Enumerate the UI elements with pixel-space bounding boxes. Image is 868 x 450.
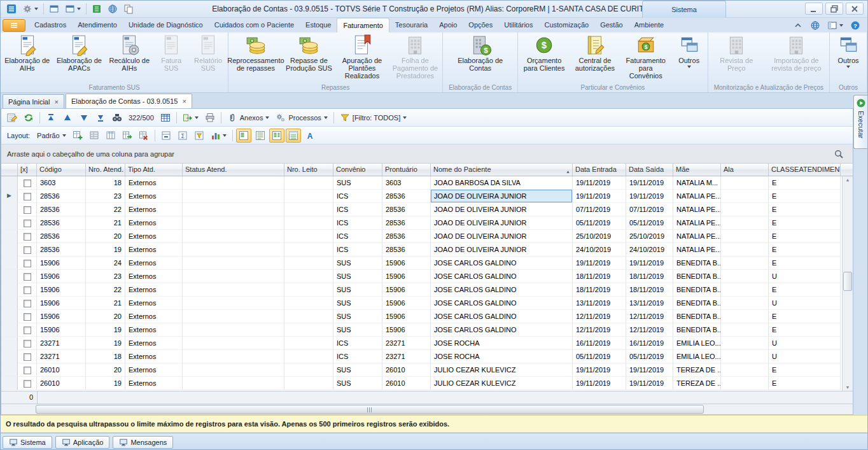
cell-nro-leito[interactable]: [284, 216, 333, 230]
row-checkbox[interactable]: [24, 300, 31, 307]
application-icon-button[interactable]: [4, 2, 19, 16]
cell-nome-do-paciente[interactable]: JULIO CEZAR KULEVICZ: [431, 363, 573, 377]
cell-nome-do-paciente[interactable]: JOSE CARLOS GALDINO: [431, 283, 573, 297]
cell-nro-atend[interactable]: 19: [86, 243, 125, 257]
export-layout-button[interactable]: [120, 129, 135, 143]
cell-status-atend[interactable]: [183, 257, 284, 270]
cell-status-atend[interactable]: [183, 230, 284, 243]
cell-data-entrada[interactable]: 18/11/2019: [573, 283, 626, 297]
cell-codigo[interactable]: 26010: [37, 363, 86, 377]
search-button[interactable]: [834, 149, 844, 159]
grid-view-button[interactable]: [158, 111, 173, 125]
cell-convenio[interactable]: SUS: [333, 297, 382, 310]
cell-ala[interactable]: [721, 270, 769, 283]
column-header-status-atend[interactable]: Status Atend.: [183, 164, 284, 176]
row-checkbox[interactable]: [24, 260, 31, 267]
cell-data-saida[interactable]: 19/11/2019: [626, 377, 673, 390]
cell-codigo[interactable]: 15906: [37, 323, 86, 337]
totals-button[interactable]: [175, 129, 190, 143]
cell-classeatendimento[interactable]: U: [769, 350, 841, 363]
scroll-up-icon[interactable]: ▲: [843, 178, 853, 182]
cell-nro-leito[interactable]: [284, 337, 333, 350]
ribbon-item-elaboracao-de-contas[interactable]: Elaboração de Contas: [447, 34, 514, 73]
table-row[interactable]: 1590621ExternosSUS15906JOSE CARLOS GALDI…: [1, 297, 841, 310]
cell-codigo[interactable]: 15906: [37, 270, 86, 283]
print-button[interactable]: [202, 111, 218, 125]
cell-nro-leito[interactable]: [284, 257, 333, 270]
table-row[interactable]: 360318ExternosSUS3603JOAO BARBOSA DA SIL…: [1, 176, 841, 190]
row-checkbox[interactable]: [24, 327, 31, 334]
cell-data-saida[interactable]: 18/11/2019: [626, 283, 673, 297]
close-icon[interactable]: ×: [54, 99, 58, 105]
row-checkbox[interactable]: [24, 353, 31, 361]
cell-nro-atend[interactable]: 20: [86, 230, 125, 243]
next-record-button[interactable]: [76, 111, 92, 125]
cell-prontuario[interactable]: 26010: [382, 363, 431, 377]
cell-mae[interactable]: BENEDITA B...: [673, 283, 721, 297]
horizontal-scroll-thumb[interactable]: [36, 405, 704, 414]
cell-nro-atend[interactable]: 21: [86, 297, 125, 310]
vertical-scroll-thumb[interactable]: [843, 272, 852, 291]
cell-nome-do-paciente[interactable]: JOSE ROCHA: [431, 350, 573, 363]
cell-x[interactable]: [18, 190, 37, 203]
statusbar-tab-aplicacao[interactable]: Aplicação: [55, 436, 110, 449]
cell-tipo-atd[interactable]: Externos: [125, 310, 183, 323]
ribbon-item-orcamento-para-clientes[interactable]: Orçamento para Clientes: [519, 34, 570, 73]
processos-button[interactable]: Processos: [273, 111, 330, 125]
cell-data-entrada[interactable]: 24/10/2019: [573, 243, 626, 257]
ribbon-tab-opcoes[interactable]: Opções: [463, 18, 498, 32]
row-checkbox[interactable]: [24, 367, 31, 374]
cell-nro-leito[interactable]: [284, 363, 333, 377]
table-row[interactable]: 1590623ExternosSUS15906JOSE CARLOS GALDI…: [1, 270, 841, 283]
cell-status-atend[interactable]: [183, 350, 284, 363]
cell-nro-atend[interactable]: 19: [86, 337, 125, 350]
cell-data-saida[interactable]: 19/11/2019: [626, 363, 673, 377]
row-checkbox[interactable]: [24, 246, 31, 254]
cell-ala[interactable]: [721, 310, 769, 323]
cell-data-entrada[interactable]: 05/11/2019: [573, 216, 626, 230]
edit-record-button[interactable]: [4, 111, 20, 125]
cell-ala[interactable]: [721, 363, 769, 377]
cell-mae[interactable]: EMILIA LEO...: [673, 337, 721, 350]
close-button[interactable]: [846, 3, 864, 15]
ribbon-tab-faturamento[interactable]: Faturamento: [337, 18, 389, 32]
cell-classeatendimento[interactable]: E: [769, 203, 841, 216]
cell-convenio[interactable]: SUS: [333, 363, 382, 377]
cell-nro-leito[interactable]: [284, 323, 333, 337]
cell-classeatendimento[interactable]: E: [769, 310, 841, 323]
cell-convenio[interactable]: SUS: [333, 377, 382, 390]
cell-convenio[interactable]: SUS: [333, 283, 382, 297]
cell-classeatendimento[interactable]: E: [769, 176, 841, 190]
cell-x[interactable]: [18, 363, 37, 377]
column-header-nome-do-paciente[interactable]: Nome do Paciente▲: [431, 164, 573, 176]
cell-classeatendimento[interactable]: E: [769, 230, 841, 243]
statusbar-tab-mensagens[interactable]: Mensagens: [113, 436, 173, 449]
collapse-groups-button[interactable]: [158, 129, 174, 143]
cell-nro-atend[interactable]: 20: [86, 363, 125, 377]
column-header-data-saida[interactable]: Data Saída: [626, 164, 673, 176]
cell-nro-leito[interactable]: [284, 190, 333, 203]
cell-x[interactable]: [18, 350, 37, 363]
column-header-nro-leito[interactable]: Nro. Leito: [284, 164, 333, 176]
cell-data-entrada[interactable]: 05/11/2019: [573, 350, 626, 363]
refresh-button[interactable]: [21, 111, 36, 125]
column-header-prontuario[interactable]: Prontuário: [382, 164, 431, 176]
cell-tipo-atd[interactable]: Externos: [125, 297, 183, 310]
cell-classeatendimento[interactable]: E: [769, 243, 841, 257]
cell-nro-leito[interactable]: [284, 310, 333, 323]
cell-ala[interactable]: [721, 377, 769, 390]
ribbon-item-central-de-autorizacoes[interactable]: Central de autorizações: [570, 34, 620, 73]
cell-x[interactable]: [18, 323, 37, 337]
cell-mae[interactable]: NATALIA M...: [673, 176, 721, 190]
row-checkbox[interactable]: [24, 220, 31, 227]
context-tab-sistema[interactable]: Sistema: [642, 1, 726, 18]
executar-side-tab[interactable]: Executar: [853, 95, 868, 149]
table-row[interactable]: 1590624ExternosSUS15906JOSE CARLOS GALDI…: [1, 257, 841, 270]
board-button[interactable]: [89, 2, 104, 16]
cell-status-atend[interactable]: [183, 190, 284, 203]
cell-nro-atend[interactable]: 24: [86, 257, 125, 270]
cell-nro-leito[interactable]: [284, 377, 333, 390]
cell-nome-do-paciente[interactable]: JOSE CARLOS GALDINO: [431, 297, 573, 310]
ribbon-item-outros[interactable]: Outros: [671, 34, 707, 69]
cell-codigo[interactable]: 15906: [37, 310, 86, 323]
